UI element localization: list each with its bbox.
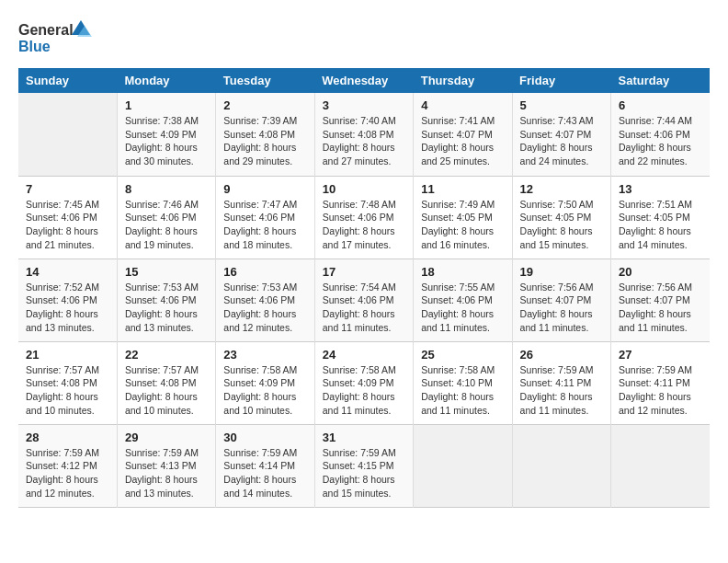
day-number: 19: [520, 265, 603, 279]
svg-text:General: General: [18, 22, 74, 38]
day-number: 26: [520, 348, 603, 362]
day-info: Sunrise: 7:57 AM Sunset: 4:08 PM Dayligh…: [125, 363, 208, 418]
calendar-cell: 4Sunrise: 7:41 AM Sunset: 4:07 PM Daylig…: [414, 93, 512, 176]
day-number: 23: [223, 348, 306, 362]
calendar-cell: 17Sunrise: 7:54 AM Sunset: 4:06 PM Dayli…: [314, 259, 413, 341]
calendar-cell: 2Sunrise: 7:39 AM Sunset: 4:08 PM Daylig…: [216, 93, 314, 176]
day-info: Sunrise: 7:58 AM Sunset: 4:09 PM Dayligh…: [323, 363, 405, 418]
calendar-cell: 29Sunrise: 7:59 AM Sunset: 4:13 PM Dayli…: [117, 424, 215, 507]
calendar-cell: 11Sunrise: 7:49 AM Sunset: 4:05 PM Dayli…: [414, 176, 512, 259]
day-number: 21: [26, 348, 109, 362]
calendar-cell: 6Sunrise: 7:44 AM Sunset: 4:06 PM Daylig…: [611, 93, 710, 176]
day-info: Sunrise: 7:49 AM Sunset: 4:05 PM Dayligh…: [421, 198, 504, 252]
day-number: 30: [223, 431, 306, 444]
calendar-cell: 24Sunrise: 7:58 AM Sunset: 4:09 PM Dayli…: [314, 341, 413, 424]
day-info: Sunrise: 7:56 AM Sunset: 4:07 PM Dayligh…: [619, 281, 702, 335]
calendar-cell: 10Sunrise: 7:48 AM Sunset: 4:06 PM Dayli…: [314, 176, 413, 259]
calendar-cell: 26Sunrise: 7:59 AM Sunset: 4:11 PM Dayli…: [512, 341, 610, 424]
day-number: 24: [323, 348, 405, 362]
calendar-cell: 12Sunrise: 7:50 AM Sunset: 4:05 PM Dayli…: [512, 176, 610, 259]
day-info: Sunrise: 7:54 AM Sunset: 4:06 PM Dayligh…: [323, 281, 405, 335]
day-number: 1: [125, 98, 208, 112]
day-number: 4: [421, 98, 504, 112]
day-number: 14: [26, 265, 109, 279]
calendar-cell: [611, 424, 710, 507]
calendar-cell: 5Sunrise: 7:43 AM Sunset: 4:07 PM Daylig…: [512, 93, 610, 176]
week-row-5: 28Sunrise: 7:59 AM Sunset: 4:12 PM Dayli…: [18, 424, 710, 507]
day-number: 13: [619, 182, 702, 196]
day-info: Sunrise: 7:51 AM Sunset: 4:05 PM Dayligh…: [619, 198, 702, 252]
day-number: 31: [323, 431, 405, 444]
week-row-3: 14Sunrise: 7:52 AM Sunset: 4:06 PM Dayli…: [18, 259, 710, 341]
calendar-cell: 13Sunrise: 7:51 AM Sunset: 4:05 PM Dayli…: [611, 176, 710, 259]
week-row-1: 1Sunrise: 7:38 AM Sunset: 4:09 PM Daylig…: [18, 93, 710, 176]
column-header-wednesday: Wednesday: [314, 68, 413, 93]
day-number: 5: [520, 98, 603, 112]
day-number: 6: [619, 98, 702, 112]
logo: GeneralBlue: [18, 18, 92, 59]
day-number: 9: [223, 182, 306, 196]
day-info: Sunrise: 7:48 AM Sunset: 4:06 PM Dayligh…: [323, 198, 405, 252]
day-info: Sunrise: 7:46 AM Sunset: 4:06 PM Dayligh…: [125, 198, 208, 252]
day-number: 27: [619, 348, 702, 362]
calendar-cell: 1Sunrise: 7:38 AM Sunset: 4:09 PM Daylig…: [117, 93, 215, 176]
day-number: 22: [125, 348, 208, 362]
day-info: Sunrise: 7:59 AM Sunset: 4:12 PM Dayligh…: [26, 446, 109, 500]
calendar-cell: 20Sunrise: 7:56 AM Sunset: 4:07 PM Dayli…: [611, 259, 710, 341]
day-info: Sunrise: 7:59 AM Sunset: 4:11 PM Dayligh…: [619, 363, 702, 418]
day-info: Sunrise: 7:39 AM Sunset: 4:08 PM Dayligh…: [223, 114, 306, 168]
calendar-cell: 15Sunrise: 7:53 AM Sunset: 4:06 PM Dayli…: [117, 259, 215, 341]
calendar-cell: 18Sunrise: 7:55 AM Sunset: 4:06 PM Dayli…: [414, 259, 512, 341]
day-info: Sunrise: 7:41 AM Sunset: 4:07 PM Dayligh…: [421, 114, 504, 168]
column-header-tuesday: Tuesday: [216, 68, 314, 93]
day-info: Sunrise: 7:59 AM Sunset: 4:15 PM Dayligh…: [323, 446, 405, 500]
day-info: Sunrise: 7:38 AM Sunset: 4:09 PM Dayligh…: [125, 114, 208, 168]
column-header-friday: Friday: [512, 68, 610, 93]
day-number: 28: [26, 431, 109, 444]
day-info: Sunrise: 7:44 AM Sunset: 4:06 PM Dayligh…: [619, 114, 702, 168]
day-number: 15: [125, 265, 208, 279]
day-number: 3: [323, 98, 405, 112]
calendar-cell: 3Sunrise: 7:40 AM Sunset: 4:08 PM Daylig…: [314, 93, 413, 176]
day-number: 2: [223, 98, 306, 112]
day-info: Sunrise: 7:53 AM Sunset: 4:06 PM Dayligh…: [223, 281, 306, 335]
day-info: Sunrise: 7:50 AM Sunset: 4:05 PM Dayligh…: [520, 198, 603, 252]
day-number: 12: [520, 182, 603, 196]
day-info: Sunrise: 7:59 AM Sunset: 4:14 PM Dayligh…: [223, 446, 306, 500]
calendar-cell: 7Sunrise: 7:45 AM Sunset: 4:06 PM Daylig…: [18, 176, 117, 259]
calendar-cell: 22Sunrise: 7:57 AM Sunset: 4:08 PM Dayli…: [117, 341, 215, 424]
day-number: 8: [125, 182, 208, 196]
column-header-saturday: Saturday: [611, 68, 710, 93]
day-number: 20: [619, 265, 702, 279]
calendar-cell: 21Sunrise: 7:57 AM Sunset: 4:08 PM Dayli…: [18, 341, 117, 424]
day-info: Sunrise: 7:58 AM Sunset: 4:09 PM Dayligh…: [223, 363, 306, 418]
day-number: 17: [323, 265, 405, 279]
day-info: Sunrise: 7:59 AM Sunset: 4:11 PM Dayligh…: [520, 363, 603, 418]
calendar-cell: 28Sunrise: 7:59 AM Sunset: 4:12 PM Dayli…: [18, 424, 117, 507]
day-number: 7: [26, 182, 109, 196]
day-info: Sunrise: 7:53 AM Sunset: 4:06 PM Dayligh…: [125, 281, 208, 335]
day-number: 16: [223, 265, 306, 279]
calendar-cell: 25Sunrise: 7:58 AM Sunset: 4:10 PM Dayli…: [414, 341, 512, 424]
day-info: Sunrise: 7:59 AM Sunset: 4:13 PM Dayligh…: [125, 446, 208, 500]
day-info: Sunrise: 7:57 AM Sunset: 4:08 PM Dayligh…: [26, 363, 109, 418]
day-info: Sunrise: 7:52 AM Sunset: 4:06 PM Dayligh…: [26, 281, 109, 335]
calendar-cell: 8Sunrise: 7:46 AM Sunset: 4:06 PM Daylig…: [117, 176, 215, 259]
calendar-cell: 27Sunrise: 7:59 AM Sunset: 4:11 PM Dayli…: [611, 341, 710, 424]
day-info: Sunrise: 7:45 AM Sunset: 4:06 PM Dayligh…: [26, 198, 109, 252]
calendar-cell: 14Sunrise: 7:52 AM Sunset: 4:06 PM Dayli…: [18, 259, 117, 341]
day-info: Sunrise: 7:55 AM Sunset: 4:06 PM Dayligh…: [421, 281, 504, 335]
week-row-2: 7Sunrise: 7:45 AM Sunset: 4:06 PM Daylig…: [18, 176, 710, 259]
day-number: 10: [323, 182, 405, 196]
day-info: Sunrise: 7:43 AM Sunset: 4:07 PM Dayligh…: [520, 114, 603, 168]
header: GeneralBlue: [18, 18, 710, 59]
day-number: 29: [125, 431, 208, 444]
day-info: Sunrise: 7:58 AM Sunset: 4:10 PM Dayligh…: [421, 363, 504, 418]
calendar-cell: 19Sunrise: 7:56 AM Sunset: 4:07 PM Dayli…: [512, 259, 610, 341]
calendar-cell: 30Sunrise: 7:59 AM Sunset: 4:14 PM Dayli…: [216, 424, 314, 507]
calendar-cell: 23Sunrise: 7:58 AM Sunset: 4:09 PM Dayli…: [216, 341, 314, 424]
header-row: SundayMondayTuesdayWednesdayThursdayFrid…: [18, 68, 710, 93]
calendar-cell: 16Sunrise: 7:53 AM Sunset: 4:06 PM Dayli…: [216, 259, 314, 341]
day-number: 11: [421, 182, 504, 196]
calendar-cell: 9Sunrise: 7:47 AM Sunset: 4:06 PM Daylig…: [216, 176, 314, 259]
